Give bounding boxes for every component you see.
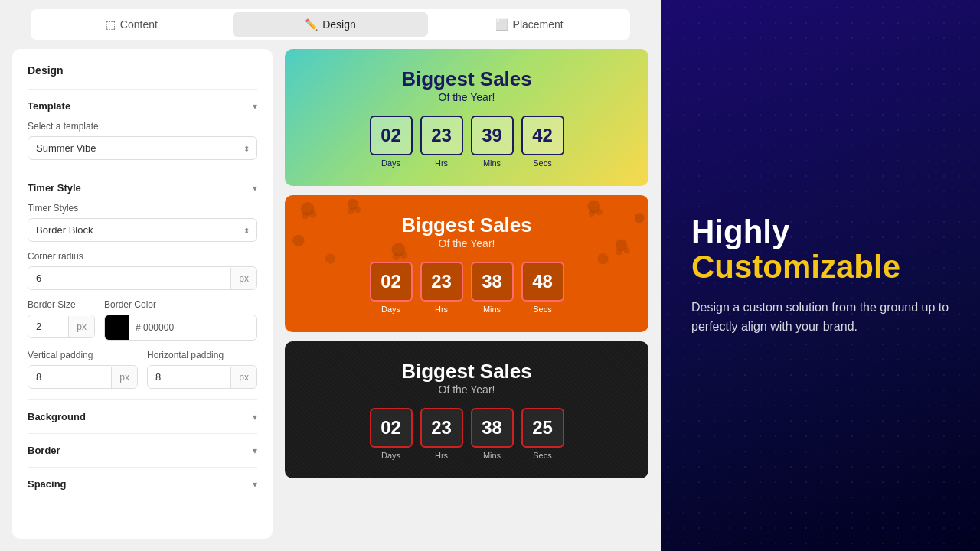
border-title: Border <box>28 445 60 456</box>
card2-mins-label: Mins <box>483 305 501 314</box>
card2-hrs: 23 Hrs <box>420 262 463 314</box>
border-color-group: Border Color <box>104 299 257 341</box>
border-size-group: Border Size px <box>28 299 95 341</box>
card3-secs-box: 25 <box>521 408 564 448</box>
corner-radius-input: px <box>28 266 257 290</box>
card1-secs: 42 Secs <box>521 116 564 168</box>
background-section: Background ▾ <box>28 399 257 433</box>
card3-days: 02 Days <box>370 408 413 460</box>
card1-days-label: Days <box>381 158 400 168</box>
border-controls: Border Size px Border Color <box>28 299 257 341</box>
tab-design-label: Design <box>322 18 356 31</box>
template-section-header[interactable]: Template ▾ <box>28 100 257 112</box>
svg-point-8 <box>400 252 408 259</box>
timer-styles-select[interactable]: Border Block Filled Block Minimal <box>28 218 257 242</box>
spacing-header[interactable]: Spacing ▾ <box>28 478 257 490</box>
placement-icon: ⬜ <box>495 18 508 31</box>
svg-point-5 <box>354 207 361 213</box>
card2-hrs-box: 23 <box>420 262 463 302</box>
card1-timer-row: 02 Days 23 Hrs 39 Mins 42 Secs <box>303 116 630 168</box>
background-chevron-icon: ▾ <box>253 412 257 422</box>
card2-days: 02 Days <box>370 262 413 314</box>
sidebar-title: Design <box>28 64 257 77</box>
tab-bar: ⬚ Content ✏️ Design ⬜ Placement <box>31 9 630 40</box>
spacing-chevron-icon: ▾ <box>253 479 257 490</box>
horizontal-padding-group: Horizontal padding px <box>147 350 257 389</box>
preview-card-summer: Biggest Sales Of the Year! 02 Days 23 Hr… <box>285 49 648 186</box>
card1-secs-label: Secs <box>533 158 551 168</box>
tab-design[interactable]: ✏️ Design <box>233 12 429 37</box>
border-color-text[interactable] <box>129 317 256 338</box>
timer-style-chevron-icon: ▾ <box>253 183 257 194</box>
svg-point-13 <box>616 249 622 255</box>
card3-days-box: 02 <box>370 408 413 448</box>
border-color-input[interactable] <box>104 315 257 341</box>
svg-point-15 <box>635 213 645 223</box>
card3-secs-label: Secs <box>533 451 551 460</box>
card2-subtitle: Of the Year! <box>303 237 630 249</box>
tab-placement[interactable]: ⬜ Placement <box>431 12 627 37</box>
border-size-unit: px <box>68 316 94 337</box>
preview-card-halloween: Biggest Sales Of the Year! 02 Days 23 Hr… <box>285 195 648 332</box>
card1-title: Biggest Sales <box>303 67 630 91</box>
timer-styles-select-wrapper: Border Block Filled Block Minimal ⬍ <box>28 218 257 242</box>
corner-radius-field[interactable] <box>28 267 230 289</box>
card2-mins: 38 Mins <box>471 262 514 314</box>
timer-style-header[interactable]: Timer Style ▾ <box>28 182 257 194</box>
card2-secs-label: Secs <box>533 305 551 314</box>
padding-controls: Vertical padding px Horizontal padding p… <box>28 350 257 389</box>
horizontal-padding-unit: px <box>230 367 256 388</box>
vertical-padding-group: Vertical padding px <box>28 350 138 389</box>
card3-hrs-box: 23 <box>420 408 463 448</box>
card1-hrs-box: 23 <box>420 116 463 155</box>
card3-hrs-label: Hrs <box>435 451 448 460</box>
spacing-section: Spacing ▾ <box>28 467 257 500</box>
timer-style-title: Timer Style <box>28 182 81 194</box>
background-title: Background <box>28 411 86 422</box>
border-color-swatch[interactable] <box>105 315 129 340</box>
template-section: Template ▾ Select a template Summer Vibe… <box>28 89 257 171</box>
card1-hrs: 23 Hrs <box>420 116 463 168</box>
border-size-label: Border Size <box>28 299 95 310</box>
template-select[interactable]: Summer Vibe Halloween Dark Mode Border B… <box>28 136 257 160</box>
card2-timer-row: 02 Days 23 Hrs 38 Mins 48 Secs <box>303 262 630 314</box>
card2-secs: 48 Secs <box>521 262 564 314</box>
card1-days-box: 02 <box>370 116 413 155</box>
card3-hrs: 23 Hrs <box>420 408 463 460</box>
horizontal-padding-label: Horizontal padding <box>147 350 257 360</box>
timer-style-body: Timer Styles Border Block Filled Block M… <box>28 203 257 389</box>
card3-subtitle: Of the Year! <box>303 383 630 396</box>
card3-mins-label: Mins <box>483 451 501 460</box>
card3-days-label: Days <box>381 451 400 460</box>
card1-mins-label: Mins <box>483 158 501 168</box>
border-size-field[interactable] <box>28 315 68 337</box>
vertical-padding-unit: px <box>111 367 137 388</box>
card1-mins: 39 Mins <box>471 116 514 168</box>
timer-styles-label: Timer Styles <box>28 203 257 214</box>
card1-subtitle: Of the Year! <box>303 91 630 103</box>
card1-hrs-label: Hrs <box>435 158 448 168</box>
horizontal-padding-field[interactable] <box>148 366 230 388</box>
spacing-title: Spacing <box>28 478 67 490</box>
tab-placement-label: Placement <box>513 18 564 31</box>
border-header[interactable]: Border ▾ <box>28 445 257 456</box>
corner-radius-label: Corner radius <box>28 251 257 262</box>
template-section-title: Template <box>28 100 70 112</box>
tab-content[interactable]: ⬚ Content <box>34 12 230 37</box>
card1-mins-box: 39 <box>471 116 514 155</box>
corner-radius-unit: px <box>230 268 256 289</box>
card3-title: Biggest Sales <box>303 360 630 383</box>
main-content: Design Template ▾ Select a template Summ… <box>0 49 661 551</box>
background-header[interactable]: Background ▾ <box>28 411 257 422</box>
hero-title-line2: Customizable <box>691 249 949 285</box>
tab-content-label: Content <box>120 18 158 31</box>
horizontal-padding-input: px <box>147 365 257 389</box>
border-size-input: px <box>28 315 95 338</box>
hero-text: Highly Customizable Design a custom solu… <box>691 214 949 337</box>
border-color-label: Border Color <box>104 299 257 310</box>
card2-hrs-label: Hrs <box>435 305 448 314</box>
vertical-padding-field[interactable] <box>28 366 111 388</box>
right-panel: Highly Customizable Design a custom solu… <box>661 0 980 551</box>
left-panel: ⬚ Content ✏️ Design ⬜ Placement Design T… <box>0 0 661 551</box>
template-section-body: Select a template Summer Vibe Halloween … <box>28 121 257 160</box>
